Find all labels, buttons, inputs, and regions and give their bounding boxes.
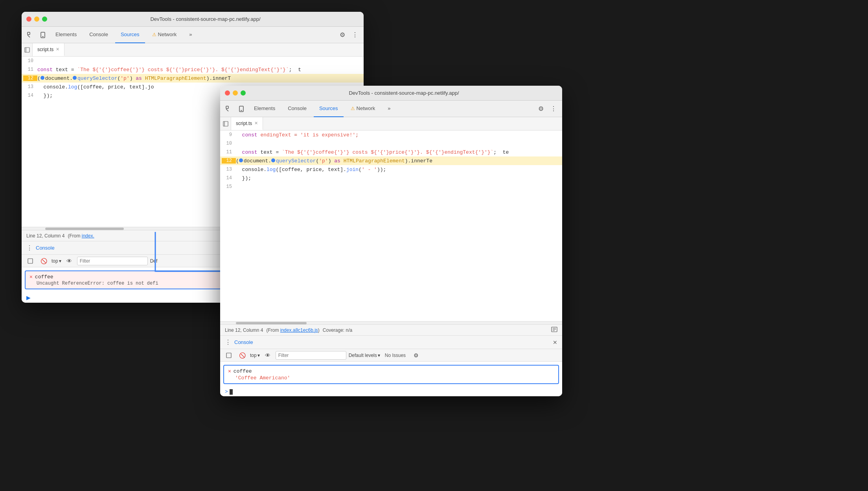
front-warn-icon: ⚠ — [351, 106, 355, 111]
back-window-title: DevTools - consistent-source-map-pc.netl… — [52, 16, 359, 22]
front-code-line-12: 12 (document.querySelector('p') as HTMLP… — [220, 156, 562, 165]
front-coverage: Coverage: n/a — [323, 327, 352, 333]
back-error-label: coffee — [35, 274, 53, 280]
front-top-chevron-icon: ▾ — [257, 353, 260, 358]
svg-rect-6 — [28, 259, 33, 263]
front-settings-icon[interactable]: ⚙ — [535, 103, 546, 114]
back-console-menu[interactable]: ⋮ — [26, 244, 33, 252]
svg-line-1 — [28, 35, 30, 37]
front-console-title: Console — [234, 339, 253, 345]
front-device-icon[interactable] — [236, 103, 247, 114]
back-source-link[interactable]: index. — [82, 233, 94, 239]
back-sidebar-toggle[interactable] — [22, 43, 33, 56]
front-minimize-control[interactable] — [233, 90, 238, 96]
front-tab-network[interactable]: ⚠ Network — [345, 101, 381, 117]
front-console-filter[interactable] — [276, 351, 346, 360]
front-sidebar-toggle[interactable] — [220, 117, 231, 130]
front-inspect-icon[interactable] — [223, 103, 234, 114]
front-code-area: 9 const endingText = 'it is expensive!';… — [220, 131, 562, 321]
back-console-default-text: Def — [150, 258, 158, 264]
back-tab-more[interactable]: » — [184, 27, 197, 43]
front-tab-elements[interactable]: Elements — [248, 101, 281, 117]
back-console-filter[interactable] — [77, 257, 148, 265]
front-file-tab-close[interactable]: ✕ — [254, 121, 258, 126]
back-console-eye-icon[interactable]: 👁 — [64, 256, 75, 267]
front-prompt-symbol: > — [225, 389, 228, 395]
front-code-scrollbar[interactable] — [220, 321, 562, 324]
back-warn-icon: ⚠ — [152, 32, 156, 37]
front-window-title: DevTools - consistent-source-map-pc.netl… — [250, 90, 557, 96]
back-file-tab-script[interactable]: script.ts ✕ — [33, 43, 64, 56]
front-console-close[interactable]: ✕ — [553, 339, 557, 346]
front-code-line-15: 15 — [220, 182, 562, 191]
back-console-clear-icon[interactable] — [25, 256, 36, 267]
back-settings-icon[interactable]: ⚙ — [337, 29, 348, 40]
front-file-tab-script[interactable]: script.ts ✕ — [231, 117, 263, 130]
svg-rect-9 — [239, 106, 243, 112]
svg-rect-0 — [28, 32, 30, 35]
front-more-icon[interactable]: ⋮ — [548, 103, 559, 114]
svg-rect-4 — [25, 48, 29, 52]
svg-rect-7 — [226, 106, 228, 108]
front-console-menu[interactable]: ⋮ — [225, 338, 231, 346]
front-success-row: ✕ coffee 'Coffee Americano' — [223, 365, 559, 384]
back-inspect-icon[interactable] — [25, 29, 36, 40]
back-file-tab-bar: script.ts ✕ — [22, 43, 364, 57]
front-title-bar: DevTools - consistent-source-map-pc.netl… — [220, 86, 562, 101]
front-code-line-11: 11 const text = `The ${'{'}coffee{'}'} c… — [220, 148, 562, 156]
back-file-name: script.ts — [37, 47, 53, 52]
front-status-bar: Line 12, Column 4 (From index.a8c1ec6b.j… — [220, 324, 562, 335]
front-tab-more[interactable]: » — [382, 101, 396, 117]
svg-rect-17 — [226, 353, 231, 358]
front-console-content: ✕ coffee 'Coffee Americano' > — [220, 362, 562, 396]
front-console-block-icon[interactable]: 🚫 — [237, 350, 248, 361]
front-console-eye-icon[interactable]: 👁 — [262, 350, 273, 361]
front-source-link[interactable]: index.a8c1ec6b.js — [280, 327, 318, 333]
back-file-tab-close[interactable]: ✕ — [56, 47, 59, 52]
close-control[interactable] — [26, 17, 31, 22]
back-top-chevron-icon: ▾ — [59, 258, 61, 264]
front-default-levels-button[interactable]: Default levels ▾ — [349, 353, 380, 358]
back-tab-sources[interactable]: Sources — [115, 27, 145, 43]
back-console-block-icon[interactable]: 🚫 — [38, 256, 49, 267]
back-devtools-toolbar: Elements Console Sources ⚠ Network » ⚙ ⋮ — [22, 27, 364, 43]
back-tab-network[interactable]: ⚠ Network — [147, 27, 182, 43]
window-controls — [26, 17, 47, 22]
front-scrollbar-thumb[interactable] — [236, 322, 307, 324]
front-from-text: (From index.a8c1ec6b.js) — [266, 327, 319, 333]
minimize-control[interactable] — [34, 17, 39, 22]
front-line-col: Line 12, Column 4 — [225, 327, 263, 333]
front-success-x-icon: ✕ — [228, 368, 231, 374]
back-tab-console[interactable]: Console — [84, 27, 114, 43]
front-code-line-13: 13 console.log([coffee, price, text].joi… — [220, 165, 562, 174]
back-more-icon[interactable]: ⋮ — [349, 29, 360, 40]
back-device-icon[interactable] — [37, 29, 48, 40]
front-default-levels-chevron: ▾ — [378, 353, 380, 358]
front-devtools-window: DevTools - consistent-source-map-pc.netl… — [220, 86, 562, 396]
front-no-issues-badge: No Issues — [383, 353, 408, 358]
back-error-x-icon: ✕ — [29, 274, 33, 280]
front-coverage-icon[interactable] — [551, 327, 557, 333]
back-tab-elements[interactable]: Elements — [50, 27, 82, 43]
front-file-name: script.ts — [236, 121, 252, 126]
back-code-line-12: 12 (document.querySelector('p') as HTMLP… — [22, 74, 364, 83]
maximize-control[interactable] — [42, 17, 47, 22]
front-success-label: coffee — [234, 368, 252, 374]
front-close-control[interactable] — [225, 90, 230, 96]
back-scrollbar-thumb[interactable] — [45, 228, 124, 230]
front-success-header: ✕ coffee — [228, 368, 554, 374]
back-from-text: (From index. — [68, 233, 94, 239]
back-expand-icon[interactable]: ▶ — [26, 294, 31, 301]
back-title-bar: DevTools - consistent-source-map-pc.netl… — [22, 12, 364, 27]
front-console-clear-icon[interactable] — [223, 350, 234, 361]
back-line-col: Line 12, Column 4 — [26, 233, 64, 239]
front-tab-console[interactable]: Console — [282, 101, 312, 117]
back-console-top-button[interactable]: top ▾ — [51, 258, 61, 264]
front-console-gear-icon[interactable]: ⚙ — [410, 350, 421, 361]
front-window-controls — [225, 90, 246, 96]
front-tab-sources[interactable]: Sources — [314, 101, 344, 117]
front-maximize-control[interactable] — [241, 90, 246, 96]
front-console-top-button[interactable]: top ▾ — [250, 353, 260, 358]
front-code-line-9: 9 const endingText = 'it is expensive!'; — [220, 131, 562, 139]
front-console-prompt[interactable]: > — [220, 387, 562, 396]
